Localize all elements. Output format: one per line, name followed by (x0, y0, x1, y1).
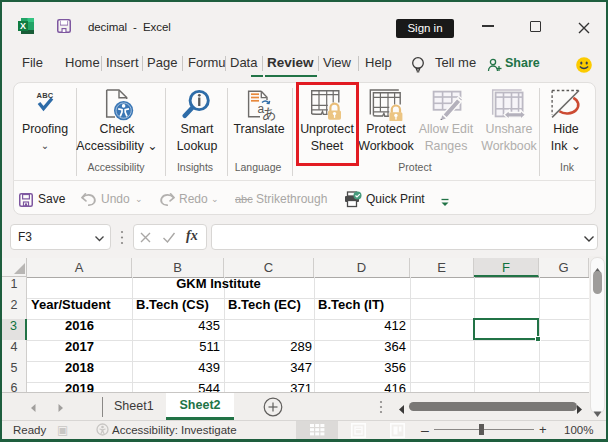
svg-text:あ: あ (262, 105, 276, 121)
svg-text:X: X (20, 21, 26, 31)
